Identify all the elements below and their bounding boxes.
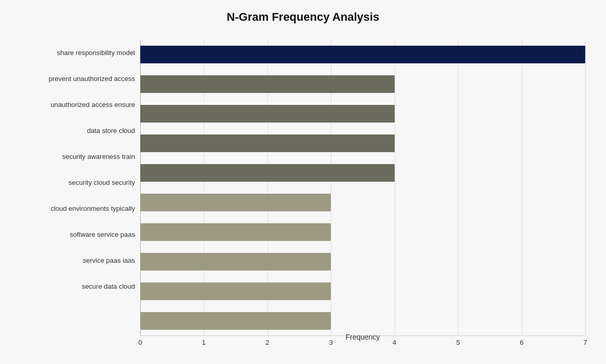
y-axis: share responsibility modelprevent unauth… — [21, 39, 140, 320]
bar-row — [140, 247, 585, 276]
y-label: unauthorized access ensure — [50, 91, 135, 117]
x-tick: 5 — [456, 339, 460, 346]
y-label: data store cloud — [87, 117, 135, 143]
bar — [140, 164, 395, 182]
chart-title: N-Gram Frequency Analysis — [21, 10, 585, 24]
bar — [140, 312, 331, 330]
grid-line — [585, 39, 586, 335]
y-label: service paas iaas — [83, 248, 135, 274]
x-tick: 3 — [329, 339, 333, 346]
bar — [140, 282, 331, 300]
x-tick: 7 — [583, 339, 587, 346]
bar-row — [140, 217, 585, 247]
y-label: software service paas — [70, 222, 135, 248]
bar-row — [140, 39, 585, 69]
bar-row — [140, 276, 585, 306]
bar — [140, 75, 395, 93]
y-label: security awareness train — [62, 143, 135, 169]
chart-area: share responsibility modelprevent unauth… — [21, 39, 585, 320]
bar — [140, 105, 395, 123]
bar — [140, 253, 331, 271]
bar — [140, 134, 395, 152]
x-tick: 0 — [138, 339, 142, 346]
bar-row — [140, 99, 585, 128]
x-tick: 4 — [393, 339, 396, 346]
x-tick: 1 — [202, 339, 206, 346]
bar-row — [140, 158, 585, 187]
bar-row — [140, 128, 585, 158]
y-label: share responsibility model — [57, 39, 135, 65]
y-label: prevent unauthorized access — [49, 65, 135, 91]
bar — [140, 46, 585, 63]
bar — [140, 194, 331, 211]
x-tick: 6 — [520, 339, 523, 346]
plot-area: Frequency 01234567 — [140, 39, 585, 320]
y-label: cloud environments typically — [50, 196, 135, 222]
bar-row — [140, 306, 585, 335]
y-label: secure data cloud — [82, 274, 135, 300]
bar-row — [140, 69, 585, 99]
x-tick: 2 — [265, 339, 269, 346]
bar — [140, 223, 331, 241]
y-label: security cloud security — [69, 169, 135, 195]
bar-row — [140, 187, 585, 217]
x-axis: Frequency 01234567 — [140, 335, 585, 339]
chart-container: N-Gram Frequency Analysis share responsi… — [0, 0, 606, 364]
bars-section — [140, 39, 585, 335]
